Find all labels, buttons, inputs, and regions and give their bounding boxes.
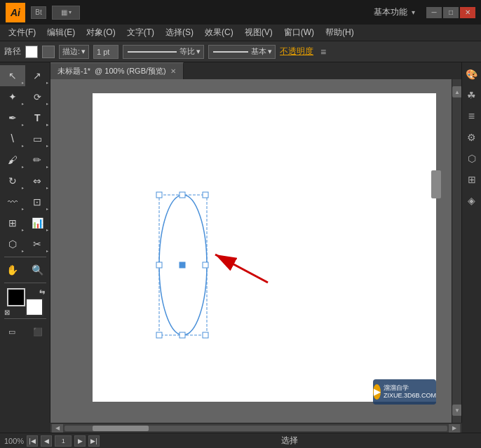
tab-info: @ 100% (RGB/预览) xyxy=(95,66,166,76)
rotate-tool-button[interactable]: ↻▸ xyxy=(0,170,25,191)
bottom-scrollbar[interactable]: ◀ ▶ xyxy=(50,423,461,433)
last-page-button[interactable]: ▶| xyxy=(88,435,100,447)
color-panel-icon[interactable]: 🎨 xyxy=(464,67,480,82)
restore-button[interactable]: □ xyxy=(443,7,459,18)
close-button[interactable]: ✕ xyxy=(460,7,475,18)
menu-window[interactable]: 窗口(W) xyxy=(278,25,320,40)
menu-object[interactable]: 对象(O) xyxy=(81,25,121,40)
free-transform-tool-button[interactable]: ⊡▸ xyxy=(25,191,50,212)
title-bar: Ai Bt ▦ ▾ 基本功能 ▾ ─ □ ✕ xyxy=(0,0,481,25)
svg-line-12 xyxy=(215,254,268,283)
canvas-content[interactable]: ▲ ▼ ▶ 溜溜自学 ZIXUE.3D6B.COM xyxy=(50,79,461,423)
horizontal-scroll-track[interactable] xyxy=(65,426,447,431)
workspace-label: 基本功能 xyxy=(374,6,407,18)
watermark-icon: ▶ xyxy=(373,384,381,400)
stroke-width-input[interactable]: 1 pt xyxy=(93,45,118,59)
appearance-panel-icon[interactable]: ◈ xyxy=(464,193,480,208)
workspace-dropdown-icon[interactable]: ▾ xyxy=(412,8,415,16)
line-tool-button[interactable]: \▸ xyxy=(0,128,25,149)
pen-tool-button[interactable]: ✒▸ xyxy=(0,107,25,128)
foreground-color-box[interactable] xyxy=(7,288,25,306)
symbol-tool-button[interactable]: ⊞▸ xyxy=(0,212,25,233)
direct-select-tool-button[interactable]: ↗▸ xyxy=(25,65,50,86)
next-page-button[interactable]: ▶ xyxy=(74,435,86,447)
minimize-button[interactable]: ─ xyxy=(426,7,442,18)
transform-panel-icon[interactable]: ⬡ xyxy=(464,151,480,166)
reset-colors-icon[interactable]: ⊠ xyxy=(4,308,10,316)
select-tool-button[interactable]: ↖▸ xyxy=(0,65,25,86)
stroke-color-box[interactable] xyxy=(42,46,55,58)
svg-rect-2 xyxy=(156,192,162,198)
ai-logo: Ai xyxy=(6,3,25,22)
svg-rect-8 xyxy=(156,332,162,338)
stroke-type-dropdown[interactable]: 描边: ▾ xyxy=(59,45,89,59)
brush-panel-icon[interactable]: ☘ xyxy=(464,88,480,103)
menu-view[interactable]: 视图(V) xyxy=(239,25,278,40)
pencil-tool-button[interactable]: ✏▸ xyxy=(25,149,50,170)
menu-bar: 文件(F) 编辑(E) 对象(O) 文字(T) 选择(S) 效果(C) 视图(V… xyxy=(0,25,481,41)
stroke-style-dropdown[interactable]: 等比 ▾ xyxy=(123,45,204,59)
canvas-tab[interactable]: 未标题-1* @ 100% (RGB/预览) ✕ xyxy=(50,62,184,79)
menu-help[interactable]: 帮助(H) xyxy=(320,25,360,40)
right-panel: 🎨 ☘ ≡ ⚙ ⬡ ⊞ ◈ xyxy=(461,62,481,423)
svg-rect-6 xyxy=(179,262,185,268)
tool-separator-2 xyxy=(4,283,46,283)
menu-select[interactable]: 选择(S) xyxy=(160,25,199,40)
swap-colors-icon[interactable]: ⇆ xyxy=(39,288,45,296)
status-bar: 100% |◀ ◀ 1 ▶ ▶| 选择 xyxy=(0,433,481,448)
vertical-scrollbar[interactable]: ▲ ▼ xyxy=(452,79,461,423)
magic-wand-tool-button[interactable]: ✦▸ xyxy=(0,86,25,107)
paintbrush-tool-button[interactable]: 🖌▸ xyxy=(0,149,25,170)
gradient-panel-icon[interactable]: ⊞ xyxy=(464,172,480,187)
more-options-icon[interactable]: ≡ xyxy=(320,46,326,57)
scroll-right-button[interactable]: ▶ xyxy=(449,424,460,433)
path-label: 路径 xyxy=(4,46,21,57)
view-mode-button[interactable]: ▦ ▾ xyxy=(52,6,80,20)
zoom-level: 100% xyxy=(4,437,24,445)
scroll-left-button[interactable]: ◀ xyxy=(52,424,63,433)
layers-panel-icon[interactable]: ≡ xyxy=(464,109,480,124)
options-bar: 路径 描边: ▾ 1 pt 等比 ▾ 基本 ▾ 不透明度 ≡ xyxy=(0,41,481,62)
window-controls: ─ □ ✕ xyxy=(426,7,475,18)
horizontal-scroll-thumb[interactable] xyxy=(93,426,149,431)
screen-mode-button[interactable]: ▭ xyxy=(0,321,24,342)
menu-effect[interactable]: 效果(C) xyxy=(199,25,239,40)
shape-tool-button[interactable]: ▭▸ xyxy=(25,128,50,149)
watermark-badge: ▶ 溜溜自学 ZIXUE.3D6B.COM xyxy=(373,379,436,405)
lasso-tool-button[interactable]: ⟳▸ xyxy=(25,86,50,107)
prev-page-button[interactable]: ◀ xyxy=(41,435,52,447)
zoom-tool-button[interactable]: 🔍 xyxy=(25,259,50,280)
type-tool-button[interactable]: T▸ xyxy=(25,107,50,128)
tab-close-button[interactable]: ✕ xyxy=(170,67,176,75)
scroll-up-button[interactable]: ▲ xyxy=(452,86,461,97)
hand-tool-button[interactable]: ✋ xyxy=(0,259,25,280)
stroke-end-dropdown[interactable]: 基本 ▾ xyxy=(208,45,276,59)
stroke-end-preview xyxy=(213,51,248,53)
scroll-down-button[interactable]: ▼ xyxy=(452,405,461,416)
warp-tool-button[interactable]: 〰▸ xyxy=(0,191,25,212)
page-number[interactable]: 1 xyxy=(55,435,72,447)
menu-edit[interactable]: 编辑(E) xyxy=(41,25,81,40)
white-canvas xyxy=(93,93,436,402)
artboard-tool-button[interactable]: ⬡▸ xyxy=(0,233,25,254)
slice-tool-button[interactable]: ✂▸ xyxy=(25,233,50,254)
full-screen-button[interactable]: ⬛ xyxy=(27,321,50,342)
background-color-box[interactable] xyxy=(25,298,43,316)
svg-rect-3 xyxy=(179,192,185,198)
first-page-button[interactable]: |◀ xyxy=(27,435,38,447)
menu-text[interactable]: 文字(T) xyxy=(121,25,160,40)
fill-color-box[interactable] xyxy=(25,46,38,58)
menu-file[interactable]: 文件(F) xyxy=(3,25,41,40)
svg-rect-10 xyxy=(203,332,208,338)
scroll-thumb[interactable] xyxy=(431,170,441,198)
status-text: 选择 xyxy=(102,435,477,447)
opacity-label[interactable]: 不透明度 xyxy=(280,46,313,57)
mirror-tool-button[interactable]: ⇔▸ xyxy=(25,170,50,191)
column-graph-button[interactable]: 📊▸ xyxy=(25,212,50,233)
tool-separator xyxy=(4,257,46,257)
svg-rect-5 xyxy=(156,262,162,268)
red-arrow xyxy=(201,247,271,290)
svg-rect-4 xyxy=(203,192,208,198)
canvas-area: 未标题-1* @ 100% (RGB/预览) ✕ xyxy=(50,62,461,423)
align-panel-icon[interactable]: ⚙ xyxy=(464,130,480,145)
